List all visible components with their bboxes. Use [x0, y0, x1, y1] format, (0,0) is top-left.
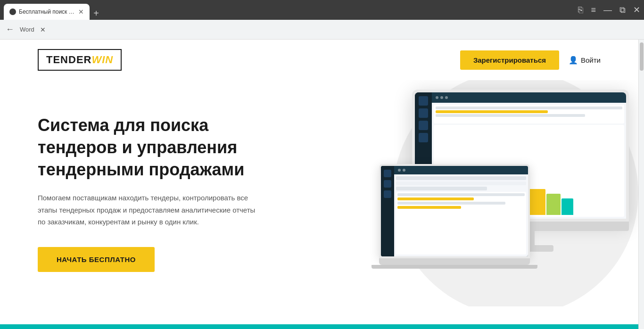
laptop-main [394, 166, 528, 256]
menu-icon[interactable]: ≡ [591, 5, 596, 15]
login-button[interactable]: 👤 Войти [569, 56, 601, 65]
minimize-icon[interactable]: — [603, 5, 612, 15]
sidebar-item-2 [419, 108, 428, 118]
funnel-bar-3 [529, 189, 545, 215]
laptop-sidebar-item-2 [384, 180, 391, 188]
screen-card-1 [434, 105, 624, 123]
user-icon: 👤 [569, 56, 578, 65]
laptop-table-row-2 [397, 197, 474, 200]
logo-tender: TENDER [46, 54, 91, 66]
hero-right [291, 90, 601, 297]
bookmark-icon[interactable]: ⎘ [578, 5, 583, 15]
laptop-table-row-3 [397, 202, 506, 205]
tab-area: Бесплатный поиск тен… ✕ + [4, 0, 574, 20]
new-tab-button[interactable]: + [90, 7, 103, 20]
logo-win: WIN [91, 54, 113, 66]
tab-close-icon[interactable]: ✕ [78, 8, 84, 15]
laptop-bottom [372, 265, 537, 269]
sidebar-item-4 [419, 133, 428, 142]
laptop-sidebar-item-1 [384, 170, 391, 177]
close-word-button[interactable]: ✕ [40, 26, 46, 33]
maximize-icon[interactable]: ⧉ [619, 5, 626, 15]
window-close-icon[interactable]: ✕ [633, 5, 640, 15]
logo[interactable]: TENDER WIN [38, 49, 122, 71]
hero-subtitle: Помогаем поставщикам находить тендеры, к… [38, 192, 264, 228]
laptop-screen [381, 166, 528, 256]
bottom-bar [0, 324, 638, 329]
laptop-sidebar [381, 166, 394, 256]
sidebar-item-3 [419, 121, 428, 130]
card-row-2 [436, 114, 585, 117]
laptop-screen-outer [379, 164, 530, 258]
site-header: TENDER WIN Зарегистрироваться 👤 Войти [0, 40, 638, 80]
browser-chrome: Бесплатный поиск тен… ✕ + ⎘ ≡ — ⧉ ✕ [0, 0, 644, 20]
page-wrapper: TENDER WIN Зарегистрироваться 👤 Войти Си… [0, 40, 644, 329]
register-button[interactable]: Зарегистрироваться [460, 50, 559, 70]
laptop-table-row-4 [397, 206, 461, 209]
card-row-1 [436, 107, 622, 109]
address-bar-row: ← Word ✕ [0, 20, 644, 40]
laptop-header-bar [394, 166, 528, 174]
laptop-sidebar-item-3 [384, 190, 391, 198]
screen-header-bar [432, 92, 626, 103]
website: TENDER WIN Зарегистрироваться 👤 Войти Си… [0, 40, 638, 329]
laptop-table-row-1 [397, 193, 525, 196]
funnel-bar-4 [546, 194, 561, 215]
scrollbar-thumb[interactable] [640, 42, 644, 71]
login-label: Войти [581, 56, 601, 64]
tab-favicon [9, 8, 16, 15]
page-content: TENDER WIN Зарегистрироваться 👤 Войти Си… [0, 40, 638, 329]
screen-header-dot-2 [440, 96, 443, 99]
laptop-header-dot-2 [403, 169, 405, 172]
laptop-header-dot-1 [398, 169, 401, 172]
laptop-row-3 [396, 187, 487, 190]
laptop-row-1 [396, 176, 526, 180]
screen-header-dot-1 [436, 96, 438, 99]
active-tab[interactable]: Бесплатный поиск тен… ✕ [4, 4, 90, 20]
screen-header-dot-3 [445, 96, 448, 99]
tab-title: Бесплатный поиск тен… [19, 8, 75, 15]
browser-controls: ⎘ ≡ — ⧉ ✕ [578, 5, 640, 15]
sidebar-item-1 [419, 96, 428, 106]
funnel-bar-5 [561, 198, 573, 215]
hero-title: Система для поиска тендеров и управления… [38, 115, 291, 181]
laptop-body [394, 174, 528, 256]
word-link[interactable]: Word [20, 26, 34, 33]
laptop-base [379, 258, 530, 265]
back-button[interactable]: ← [6, 25, 14, 34]
laptop-table [396, 192, 526, 255]
card-row-accent [436, 110, 548, 113]
start-free-button[interactable]: НАЧАТЬ БЕСПЛАТНО [38, 247, 155, 272]
header-actions: Зарегистрироваться 👤 Войти [460, 50, 601, 70]
laptop-row-2 [396, 181, 526, 185]
scrollbar[interactable] [638, 40, 644, 329]
hero-section: Система для поиска тендеров и управления… [0, 80, 638, 306]
hero-left: Система для поиска тендеров и управления… [38, 115, 291, 272]
laptop [379, 164, 530, 269]
laptop-screen-content [381, 166, 528, 256]
monitor-container [393, 90, 629, 278]
